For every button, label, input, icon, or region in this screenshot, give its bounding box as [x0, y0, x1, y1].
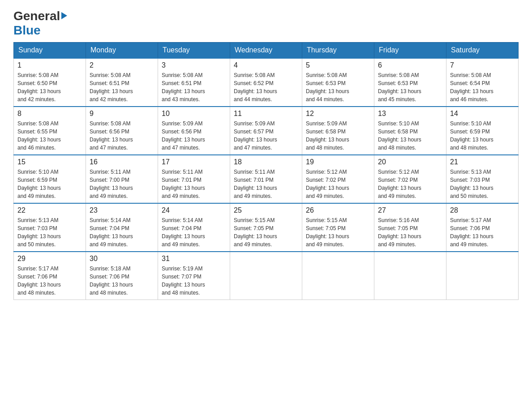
calendar-cell: 4Sunrise: 5:08 AMSunset: 6:52 PMDaylight…: [230, 58, 302, 107]
logo-arrow-icon: [61, 12, 67, 19]
day-number: 4: [234, 61, 298, 69]
calendar-cell: 23Sunrise: 5:14 AMSunset: 7:04 PMDayligh…: [86, 203, 158, 252]
day-number: 19: [306, 158, 370, 166]
calendar-cell: 22Sunrise: 5:13 AMSunset: 7:03 PMDayligh…: [14, 203, 86, 252]
day-number: 12: [306, 110, 370, 118]
calendar-cell: [446, 252, 519, 300]
day-info: Sunrise: 5:13 AMSunset: 7:03 PMDaylight:…: [17, 216, 82, 248]
week-row-2: 8Sunrise: 5:08 AMSunset: 6:55 PMDaylight…: [14, 107, 519, 155]
calendar-cell: 20Sunrise: 5:12 AMSunset: 7:02 PMDayligh…: [374, 155, 446, 203]
calendar-cell: 12Sunrise: 5:09 AMSunset: 6:58 PMDayligh…: [302, 107, 374, 155]
day-number: 31: [162, 255, 226, 263]
day-number: 27: [378, 206, 442, 214]
logo-blue-text: Blue: [13, 23, 41, 37]
day-info: Sunrise: 5:14 AMSunset: 7:04 PMDaylight:…: [162, 216, 226, 248]
calendar-cell: 28Sunrise: 5:17 AMSunset: 7:06 PMDayligh…: [446, 203, 519, 252]
day-info: Sunrise: 5:15 AMSunset: 7:05 PMDaylight:…: [306, 216, 370, 248]
day-number: 10: [162, 110, 226, 118]
day-number: 20: [378, 158, 442, 166]
calendar-cell: 13Sunrise: 5:10 AMSunset: 6:58 PMDayligh…: [374, 107, 446, 155]
calendar-cell: 29Sunrise: 5:17 AMSunset: 7:06 PMDayligh…: [14, 252, 86, 300]
calendar-cell: 27Sunrise: 5:16 AMSunset: 7:05 PMDayligh…: [374, 203, 446, 252]
day-info: Sunrise: 5:08 AMSunset: 6:52 PMDaylight:…: [234, 71, 298, 103]
day-info: Sunrise: 5:08 AMSunset: 6:55 PMDaylight:…: [17, 120, 82, 152]
day-number: 17: [162, 158, 226, 166]
day-number: 9: [90, 110, 154, 118]
day-number: 21: [450, 158, 515, 166]
day-header-monday: Monday: [86, 43, 158, 59]
day-number: 26: [306, 206, 370, 214]
calendar-cell: 6Sunrise: 5:08 AMSunset: 6:53 PMDaylight…: [374, 58, 446, 107]
calendar-cell: 7Sunrise: 5:08 AMSunset: 6:54 PMDaylight…: [446, 58, 519, 107]
day-info: Sunrise: 5:18 AMSunset: 7:06 PMDaylight:…: [90, 265, 154, 297]
day-header-friday: Friday: [374, 43, 446, 59]
day-number: 13: [378, 110, 442, 118]
day-number: 30: [90, 255, 154, 263]
calendar-cell: 11Sunrise: 5:09 AMSunset: 6:57 PMDayligh…: [230, 107, 302, 155]
calendar-cell: [230, 252, 302, 300]
day-number: 2: [90, 61, 154, 69]
calendar-cell: 8Sunrise: 5:08 AMSunset: 6:55 PMDaylight…: [14, 107, 86, 155]
day-number: 23: [90, 206, 154, 214]
day-info: Sunrise: 5:08 AMSunset: 6:51 PMDaylight:…: [162, 71, 226, 103]
day-number: 18: [234, 158, 298, 166]
calendar-cell: 2Sunrise: 5:08 AMSunset: 6:51 PMDaylight…: [86, 58, 158, 107]
logo: General Blue: [13, 9, 67, 38]
calendar-cell: 3Sunrise: 5:08 AMSunset: 6:51 PMDaylight…: [158, 58, 230, 107]
day-info: Sunrise: 5:10 AMSunset: 6:59 PMDaylight:…: [450, 120, 515, 152]
day-info: Sunrise: 5:09 AMSunset: 6:56 PMDaylight:…: [162, 120, 226, 152]
day-info: Sunrise: 5:08 AMSunset: 6:53 PMDaylight:…: [378, 71, 442, 103]
calendar-cell: 10Sunrise: 5:09 AMSunset: 6:56 PMDayligh…: [158, 107, 230, 155]
calendar-cell: 1Sunrise: 5:08 AMSunset: 6:50 PMDaylight…: [14, 58, 86, 107]
day-info: Sunrise: 5:09 AMSunset: 6:58 PMDaylight:…: [306, 120, 370, 152]
day-info: Sunrise: 5:14 AMSunset: 7:04 PMDaylight:…: [90, 216, 154, 248]
day-info: Sunrise: 5:12 AMSunset: 7:02 PMDaylight:…: [378, 168, 442, 200]
day-info: Sunrise: 5:10 AMSunset: 6:59 PMDaylight:…: [17, 168, 82, 200]
calendar-table: SundayMondayTuesdayWednesdayThursdayFrid…: [13, 42, 519, 300]
calendar-cell: 17Sunrise: 5:11 AMSunset: 7:01 PMDayligh…: [158, 155, 230, 203]
calendar-cell: 16Sunrise: 5:11 AMSunset: 7:00 PMDayligh…: [86, 155, 158, 203]
day-info: Sunrise: 5:19 AMSunset: 7:07 PMDaylight:…: [162, 265, 226, 297]
day-info: Sunrise: 5:08 AMSunset: 6:50 PMDaylight:…: [17, 71, 82, 103]
page-header: General Blue: [13, 9, 519, 38]
day-number: 28: [450, 206, 515, 214]
calendar-cell: 19Sunrise: 5:12 AMSunset: 7:02 PMDayligh…: [302, 155, 374, 203]
day-number: 22: [17, 206, 82, 214]
calendar-cell: 21Sunrise: 5:13 AMSunset: 7:03 PMDayligh…: [446, 155, 519, 203]
day-number: 5: [306, 61, 370, 69]
day-number: 6: [378, 61, 442, 69]
day-info: Sunrise: 5:15 AMSunset: 7:05 PMDaylight:…: [234, 216, 298, 248]
day-info: Sunrise: 5:17 AMSunset: 7:06 PMDaylight:…: [450, 216, 515, 248]
day-number: 3: [162, 61, 226, 69]
day-info: Sunrise: 5:11 AMSunset: 7:00 PMDaylight:…: [90, 168, 154, 200]
day-info: Sunrise: 5:08 AMSunset: 6:56 PMDaylight:…: [90, 120, 154, 152]
day-number: 14: [450, 110, 515, 118]
day-info: Sunrise: 5:11 AMSunset: 7:01 PMDaylight:…: [162, 168, 226, 200]
calendar-cell: 24Sunrise: 5:14 AMSunset: 7:04 PMDayligh…: [158, 203, 230, 252]
day-number: 8: [17, 110, 82, 118]
day-number: 29: [17, 255, 82, 263]
day-number: 24: [162, 206, 226, 214]
calendar-cell: 9Sunrise: 5:08 AMSunset: 6:56 PMDaylight…: [86, 107, 158, 155]
calendar-cell: 14Sunrise: 5:10 AMSunset: 6:59 PMDayligh…: [446, 107, 519, 155]
day-info: Sunrise: 5:13 AMSunset: 7:03 PMDaylight:…: [450, 168, 515, 200]
day-number: 11: [234, 110, 298, 118]
day-info: Sunrise: 5:11 AMSunset: 7:01 PMDaylight:…: [234, 168, 298, 200]
calendar-cell: 30Sunrise: 5:18 AMSunset: 7:06 PMDayligh…: [86, 252, 158, 300]
calendar-cell: 26Sunrise: 5:15 AMSunset: 7:05 PMDayligh…: [302, 203, 374, 252]
calendar-cell: [374, 252, 446, 300]
calendar-cell: 5Sunrise: 5:08 AMSunset: 6:53 PMDaylight…: [302, 58, 374, 107]
day-header-tuesday: Tuesday: [158, 43, 230, 59]
calendar-cell: 31Sunrise: 5:19 AMSunset: 7:07 PMDayligh…: [158, 252, 230, 300]
day-number: 7: [450, 61, 515, 69]
logo-general-text: General: [13, 9, 60, 23]
day-info: Sunrise: 5:17 AMSunset: 7:06 PMDaylight:…: [17, 265, 82, 297]
day-header-saturday: Saturday: [446, 43, 519, 59]
week-row-5: 29Sunrise: 5:17 AMSunset: 7:06 PMDayligh…: [14, 252, 519, 300]
header-row: SundayMondayTuesdayWednesdayThursdayFrid…: [14, 43, 519, 59]
day-info: Sunrise: 5:12 AMSunset: 7:02 PMDaylight:…: [306, 168, 370, 200]
week-row-3: 15Sunrise: 5:10 AMSunset: 6:59 PMDayligh…: [14, 155, 519, 203]
day-number: 15: [17, 158, 82, 166]
day-info: Sunrise: 5:09 AMSunset: 6:57 PMDaylight:…: [234, 120, 298, 152]
day-info: Sunrise: 5:08 AMSunset: 6:54 PMDaylight:…: [450, 71, 515, 103]
